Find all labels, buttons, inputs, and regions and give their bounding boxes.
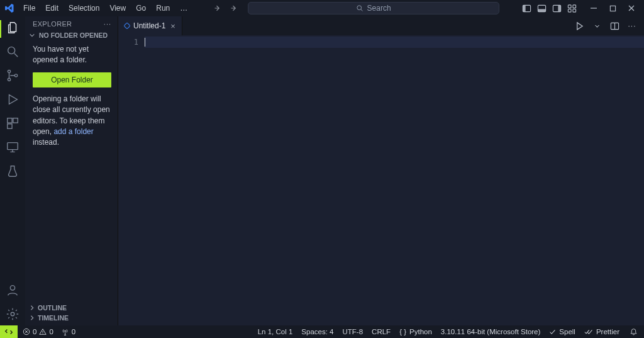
customize-layout-icon[interactable] [566,3,577,14]
editor-content[interactable] [145,35,644,325]
activity-settings-icon[interactable] [5,307,20,322]
svg-rect-8 [568,4,571,8]
menu-view[interactable]: View [105,3,130,14]
toggle-secondary-sidebar-icon[interactable] [551,3,562,14]
activity-remote-explorer-icon[interactable] [5,140,20,155]
current-line-highlight [145,37,644,48]
activity-search-icon[interactable] [5,44,20,59]
remote-indicator-icon[interactable] [0,325,18,338]
tab-label: Untitled-1 [133,21,165,30]
language-brackets-icon: { } [399,328,406,335]
status-language-mode[interactable]: { } Python [399,328,432,335]
activity-extensions-icon[interactable] [5,116,20,131]
svg-rect-19 [8,118,12,123]
svg-point-16 [8,70,10,72]
section-timeline-label: TIMELINE [38,314,69,322]
status-spell[interactable]: Spell [549,328,575,335]
svg-point-0 [357,6,361,10]
svg-line-15 [14,54,18,57]
editor-group: Untitled-1 × ··· 1 [118,16,644,325]
menu-file[interactable]: File [19,3,40,14]
command-center-search[interactable]: Search [248,2,499,14]
activity-run-debug-icon[interactable] [5,92,20,107]
add-folder-link[interactable]: add a folder [53,127,93,136]
svg-rect-11 [572,9,575,12]
activity-explorer-icon[interactable] [5,20,20,35]
menu-go[interactable]: Go [131,3,150,14]
no-folder-message: You have not yet opened a folder. [33,44,111,66]
status-encoding[interactable]: UTF-8 [343,328,364,335]
section-outline[interactable]: OUTLINE [25,303,118,313]
status-ports-count: 0 [72,328,75,335]
svg-rect-9 [572,4,575,8]
status-errors-count: 0 [33,328,36,335]
status-ports[interactable]: 0 [61,328,75,336]
section-no-folder-label: NO FOLDER OPENED [39,31,108,39]
svg-rect-7 [558,5,560,11]
run-file-icon[interactable] [574,20,585,31]
tab-close-icon[interactable]: × [169,22,177,30]
help-text-post: instead. [33,138,59,147]
status-problems[interactable]: 0 0 [23,328,53,335]
svg-point-23 [10,286,14,290]
window-maximize-icon[interactable] [606,2,619,14]
error-icon [23,328,30,335]
status-prettier-label: Prettier [596,328,619,335]
svg-line-1 [360,9,362,11]
app-root: File Edit Selection View Go Run … Search [0,0,644,338]
svg-rect-10 [568,9,571,12]
activity-source-control-icon[interactable] [5,68,20,83]
sidebar-explorer: EXPLORER ··· NO FOLDER OPENED You have n… [25,16,118,325]
sidebar-more-icon[interactable]: ··· [104,20,111,28]
menu-bar: File Edit Selection View Go Run … [19,3,192,14]
open-folder-button[interactable]: Open Folder [33,72,111,87]
nav-back-icon[interactable] [214,4,223,12]
chevron-down-icon [29,32,36,38]
menu-more-icon[interactable]: … [175,3,192,14]
section-no-folder-opened[interactable]: NO FOLDER OPENED [25,30,118,40]
svg-rect-13 [610,6,615,11]
line-number-1: 1 [118,38,138,47]
svg-point-29 [43,334,43,334]
run-dropdown-icon[interactable] [591,20,602,31]
nav-forward-icon[interactable] [230,4,239,12]
section-timeline[interactable]: TIMELINE [25,313,118,323]
svg-rect-21 [8,124,12,128]
vscode-logo-icon [3,3,16,13]
tab-untitled-1[interactable]: Untitled-1 × [118,16,182,35]
section-outline-label: OUTLINE [38,304,67,312]
status-prettier[interactable]: Prettier [584,328,619,335]
status-python-interpreter[interactable]: 3.10.11 64-bit (Microsoft Store) [441,328,541,335]
svg-point-24 [11,312,14,316]
svg-point-14 [8,47,15,54]
activity-accounts-icon[interactable] [5,283,20,298]
notifications-bell-icon[interactable] [630,328,638,336]
chevron-right-icon [29,315,35,321]
menu-selection[interactable]: Selection [64,3,104,14]
svg-point-17 [8,78,10,81]
search-icon [356,4,364,12]
status-indentation[interactable]: Spaces: 4 [301,328,333,335]
tabs-row: Untitled-1 × ··· [118,16,644,35]
status-eol[interactable]: CRLF [372,328,391,335]
toggle-primary-sidebar-icon[interactable] [521,3,532,14]
split-editor-icon[interactable] [609,20,620,31]
workbench-main: EXPLORER ··· NO FOLDER OPENED You have n… [0,16,644,325]
editor-more-icon[interactable]: ··· [626,20,638,31]
status-bar: 0 0 0 Ln 1, Col 1 Spaces: 4 UTF-8 CRLF {… [0,325,644,338]
window-close-icon[interactable] [625,2,638,14]
svg-rect-22 [8,143,18,150]
menu-run[interactable]: Run [152,3,174,14]
open-folder-help: Opening a folder will close all currentl… [33,94,111,149]
double-check-icon [584,329,593,335]
status-spell-label: Spell [559,328,575,335]
editor-area[interactable]: 1 [118,35,644,325]
toggle-panel-icon[interactable] [536,3,547,14]
status-cursor-position[interactable]: Ln 1, Col 1 [258,328,293,335]
window-minimize-icon[interactable] [587,2,600,14]
menu-edit[interactable]: Edit [41,3,63,14]
sidebar-title: EXPLORER [33,20,72,28]
svg-rect-3 [523,5,525,11]
radio-tower-icon [61,328,69,336]
activity-testing-icon[interactable] [5,164,20,179]
